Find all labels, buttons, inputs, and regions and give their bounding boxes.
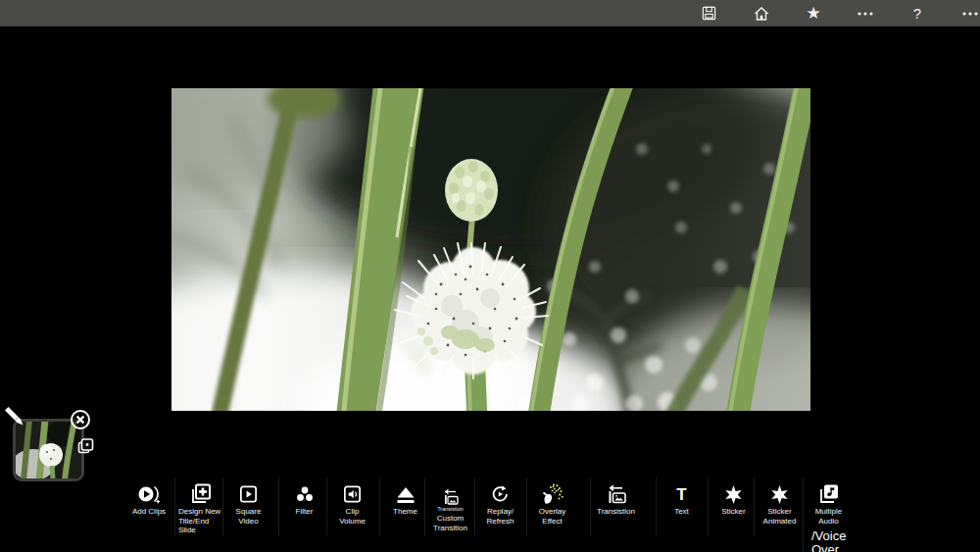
tool-label: Text	[674, 507, 689, 517]
theme-eject-icon	[395, 485, 416, 505]
tool-filter[interactable]: Filter	[278, 477, 329, 536]
voice-over-label: /Voice Over	[804, 529, 846, 552]
tool-label: Replay/ Refresh	[486, 507, 514, 526]
tool-icon-caption: Transistion	[437, 506, 464, 512]
top-bar: ★ ?	[0, 0, 980, 26]
tool-label: Overlay Effect	[539, 507, 566, 526]
tool-sticker-animated[interactable]: Sticker Animated	[754, 477, 805, 536]
tool-add-clips[interactable]: Add Clips	[123, 477, 174, 536]
video-frame-image	[172, 88, 810, 411]
tool-label: Design New Title/End Slide	[175, 507, 220, 535]
save-icon	[702, 6, 716, 21]
tool-label: Clip Volume	[339, 507, 366, 526]
sticker-star-icon	[723, 484, 744, 505]
filter-dots-icon	[294, 485, 316, 505]
tool-label: Square Video	[236, 507, 262, 526]
tool-label: Sticker Animated	[763, 507, 797, 526]
square-video-icon	[238, 484, 259, 505]
tool-theme[interactable]: Theme	[379, 477, 430, 536]
editing-toolbar: Add Clips Design New Title/End Slide Squ…	[0, 477, 980, 552]
help-button[interactable]: ?	[901, 0, 934, 26]
replay-icon	[490, 484, 511, 505]
copy-icon	[79, 439, 93, 453]
video-preview	[172, 88, 810, 411]
edit-clip-button[interactable]	[4, 406, 25, 427]
transition-icon	[606, 485, 627, 505]
ellipsis-icon	[857, 11, 874, 17]
tool-label: Custom Transition	[433, 514, 467, 532]
text-t-icon: T	[676, 485, 686, 505]
tool-square-video[interactable]: Square Video	[222, 477, 273, 536]
tool-overlay-effect[interactable]: Overlay Effect	[526, 477, 577, 536]
tool-label: Filter	[296, 507, 314, 517]
tool-clip-volume[interactable]: Clip Volume	[326, 477, 377, 536]
app-window: ★ ?	[0, 0, 980, 552]
new-slide-icon	[190, 483, 212, 505]
more-options-left-button[interactable]	[849, 0, 882, 26]
tool-label: Add Clips	[132, 507, 166, 517]
transition-small-icon	[442, 489, 459, 505]
sticker-star-icon	[769, 484, 790, 505]
tool-label: Multiple Audio	[815, 507, 843, 526]
save-button[interactable]	[692, 0, 725, 26]
tool-label: Transistion	[597, 507, 635, 517]
home-button[interactable]	[745, 0, 778, 26]
question-icon: ?	[913, 5, 921, 22]
ellipsis-icon	[961, 11, 979, 17]
tool-label: Theme	[393, 507, 417, 517]
tool-multiple-audio-voice-over[interactable]: Multiple Audio /Voice Over	[803, 477, 854, 552]
more-options-right-button[interactable]	[954, 0, 980, 26]
tool-label: Sticker	[721, 507, 745, 517]
tool-sticker[interactable]: Sticker	[708, 477, 759, 536]
magic-sparkle-icon	[541, 482, 564, 505]
tool-replay-refresh[interactable]: Replay/ Refresh	[474, 477, 525, 536]
star-icon: ★	[806, 0, 820, 26]
tool-custom-transition[interactable]: Transistion Custom Transition	[424, 477, 475, 536]
tool-design-new-title-end-slide[interactable]: Design New Title/End Slide	[174, 477, 225, 536]
clip-volume-icon	[342, 484, 363, 505]
favorite-button[interactable]: ★	[797, 0, 830, 26]
tool-transistion[interactable]: Transistion	[590, 477, 641, 536]
multiple-audio-icon	[818, 483, 840, 505]
remove-clip-button[interactable]	[70, 409, 91, 430]
tool-text[interactable]: T Text	[656, 477, 707, 536]
pencil-icon	[5, 407, 24, 426]
add-clips-icon	[137, 484, 161, 505]
duplicate-clip-button[interactable]	[77, 437, 94, 455]
close-icon	[72, 411, 89, 428]
home-icon	[754, 6, 769, 22]
